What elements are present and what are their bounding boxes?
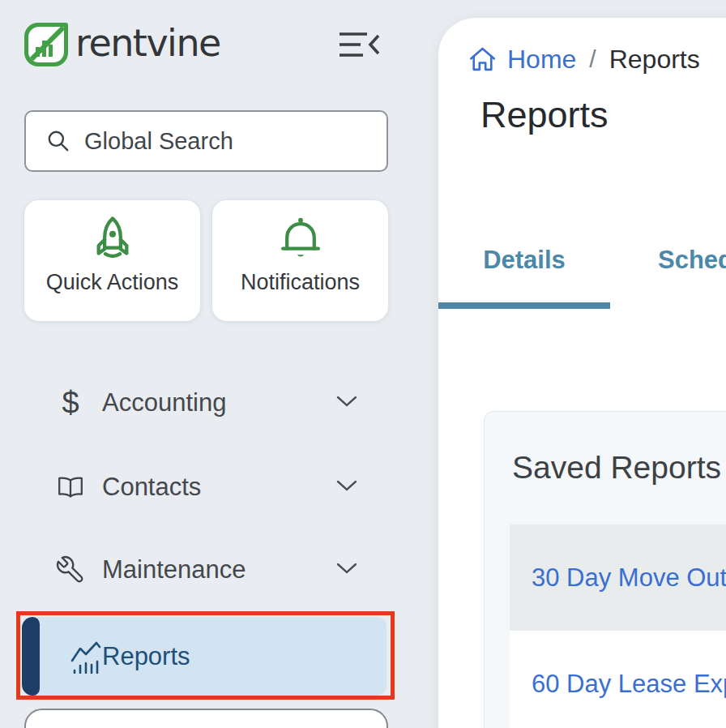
breadcrumb-current: Reports (609, 45, 700, 75)
sidebar-item-label: Accounting (102, 388, 226, 418)
page-title: Reports (480, 94, 609, 136)
saved-report-link[interactable]: 30 Day Move Out (532, 563, 726, 593)
content-panel: Home / Reports Reports Details Scheduled… (438, 18, 726, 728)
chevron-down-icon (335, 478, 358, 496)
rocket-icon (87, 213, 139, 265)
quick-actions-button[interactable]: Quick Actions (24, 200, 200, 321)
saved-report-row[interactable]: 60 Day Lease Expiration (510, 631, 726, 728)
rentvine-leaf-icon (24, 23, 68, 66)
global-search[interactable] (24, 110, 388, 172)
sidebar-item-label: Maintenance (102, 555, 246, 585)
breadcrumb-home-link[interactable]: Home (507, 45, 576, 75)
sidebar-item-contacts[interactable]: Contacts (24, 461, 387, 513)
bell-icon (275, 213, 327, 265)
sidebar-item-label: Contacts (102, 473, 201, 502)
tab-scheduled[interactable]: Scheduled (658, 246, 726, 275)
bar-line-chart-icon (69, 640, 105, 674)
chevron-down-icon (335, 561, 358, 579)
active-indicator-pill (22, 617, 40, 696)
notifications-label: Notifications (241, 270, 360, 295)
saved-report-link[interactable]: 60 Day Lease Expiration (532, 670, 726, 699)
home-icon[interactable] (468, 45, 498, 75)
sidebar-item-label: Reports (102, 642, 190, 671)
search-input[interactable] (84, 128, 375, 155)
wrench-icon (53, 552, 88, 588)
menu-fold-icon (338, 28, 382, 61)
sidebar: rentvine Quick Actions (0, 0, 438, 728)
brand-wordmark: rentvine (75, 19, 220, 66)
breadcrumb: Home / Reports (468, 42, 700, 76)
sidebar-item-maintenance[interactable]: Maintenance (24, 544, 387, 596)
chevron-down-icon (335, 394, 358, 412)
quick-actions-label: Quick Actions (46, 270, 179, 295)
notifications-button[interactable]: Notifications (212, 200, 388, 321)
saved-reports-list: 30 Day Move Out 60 Day Lease Expiration (510, 525, 726, 728)
sidebar-collapse-button[interactable] (338, 28, 382, 61)
breadcrumb-separator: / (589, 45, 596, 73)
sidebar-item-accounting[interactable]: $ Accounting (24, 377, 387, 429)
active-tab-underline (438, 302, 610, 309)
saved-report-row[interactable]: 30 Day Move Out (510, 525, 726, 631)
search-icon (45, 128, 71, 154)
sidebar-item-reports[interactable]: Reports (22, 617, 386, 696)
dollar-icon: $ (53, 385, 88, 421)
sidebar-bottom-card (24, 709, 388, 728)
tab-details[interactable]: Details (438, 246, 610, 275)
saved-reports-heading: Saved Reports (512, 450, 721, 486)
saved-reports-card: Saved Reports 30 Day Move Out 60 Day Lea… (484, 411, 726, 728)
open-book-icon (53, 469, 88, 505)
